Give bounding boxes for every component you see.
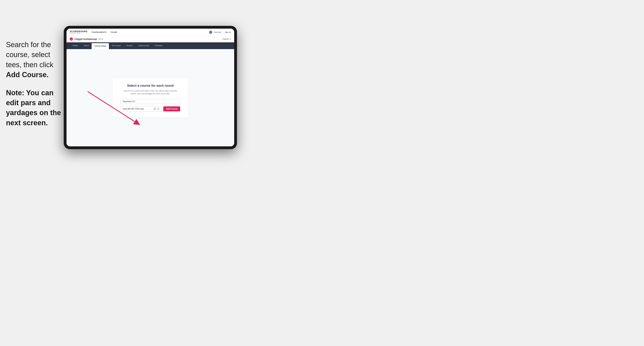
tee-select-value: Gold (M) (M) (7010 yds): [123, 108, 144, 110]
card-description: Search for a course and select a tee. Yo…: [120, 89, 180, 95]
user-avatar: T: [209, 31, 212, 34]
tee-clear-icon[interactable]: ✕: [153, 107, 156, 110]
nav-teams[interactable]: TEAMS: [110, 31, 117, 33]
tee-select-field[interactable]: Gold (M) (M) (7010 yds) ✕ ⌄: [120, 106, 162, 112]
nav-tournaments[interactable]: TOURNAMENTS: [92, 31, 106, 33]
tab-details[interactable]: Details: [70, 42, 81, 49]
tournament-icon: C: [70, 37, 73, 40]
tee-select-controls: ✕ ⌄: [153, 107, 160, 110]
add-course-button[interactable]: Add Course: [163, 106, 180, 111]
tee-select-row: Gold (M) (M) (7010 yds) ✕ ⌄ Add Course: [120, 106, 180, 112]
cancel-icon: ✕: [230, 38, 231, 40]
tab-results[interactable]: Results: [124, 42, 135, 49]
add-course-emphasis: Add Course: [6, 71, 46, 79]
tournament-icon-letter: C: [71, 38, 72, 40]
course-select-card: Select a course for each round Search fo…: [112, 78, 188, 118]
pipe-divider: |: [223, 31, 223, 33]
sign-out-link[interactable]: Sign out: [225, 31, 231, 33]
cancel-button[interactable]: Cancel ✕: [222, 38, 231, 40]
tab-leaderboards[interactable]: Leaderboards: [135, 42, 152, 49]
user-area: T Test User | Sign out: [209, 31, 231, 34]
course-search-input[interactable]: [120, 99, 180, 104]
tournament-name: Clippd Invitational: [74, 38, 97, 40]
main-content: Select a course for each round Search fo…: [66, 49, 234, 146]
tab-tee-groups[interactable]: Tee Groups: [109, 42, 124, 49]
card-title: Select a course for each round: [120, 84, 180, 87]
logo-area: SCOREBOARD Powered by clippd: [70, 30, 88, 34]
tablet-frame: SCOREBOARD Powered by clippd TOURNAMENTS…: [64, 26, 237, 149]
tablet-screen: SCOREBOARD Powered by clippd TOURNAMENTS…: [66, 29, 234, 146]
tournament-gender: (Men): [98, 38, 103, 40]
tee-expand-icon[interactable]: ⌄: [157, 107, 160, 110]
logo-text: SCOREBOARD: [70, 30, 88, 33]
top-navbar: SCOREBOARD Powered by clippd TOURNAMENTS…: [66, 29, 234, 36]
nav-links: TOURNAMENTS TEAMS: [92, 31, 209, 33]
tab-teams[interactable]: Teams: [81, 42, 92, 49]
tab-printables[interactable]: Printables: [152, 42, 166, 49]
tab-course-setup[interactable]: Course Setup: [92, 43, 109, 49]
period: .: [46, 71, 48, 79]
tab-nav: Details Teams Course Setup Tee Groups Re…: [66, 42, 234, 49]
user-name: Test User: [214, 31, 221, 33]
tournament-header: C Clippd Invitational (Men) Cancel ✕: [66, 36, 234, 42]
instructions-panel: Search for the course, select tees, then…: [6, 40, 66, 136]
cancel-label: Cancel: [222, 38, 228, 40]
logo-sub: Powered by clippd: [70, 33, 88, 34]
